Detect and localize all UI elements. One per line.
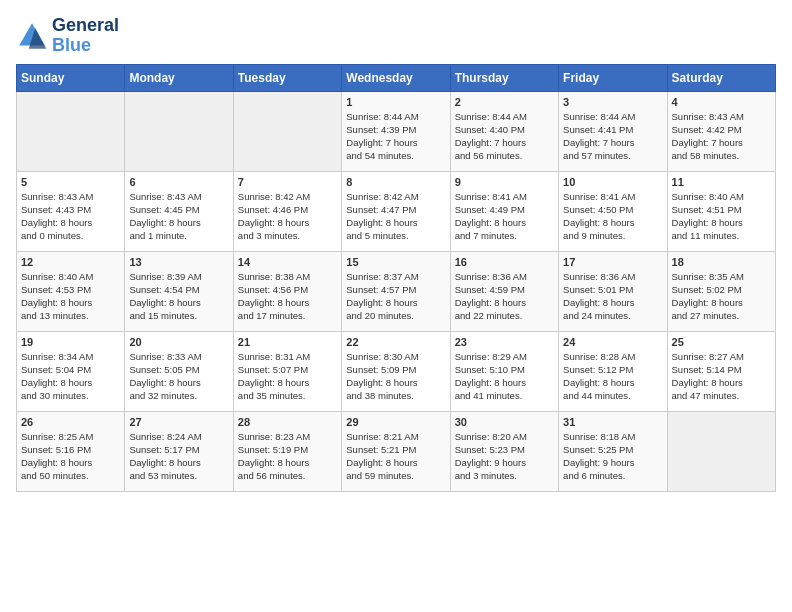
calendar-cell: 23Sunrise: 8:29 AM Sunset: 5:10 PM Dayli…	[450, 331, 558, 411]
day-number: 28	[238, 416, 337, 428]
calendar-cell	[17, 91, 125, 171]
day-info: Sunrise: 8:44 AM Sunset: 4:41 PM Dayligh…	[563, 110, 662, 163]
day-number: 12	[21, 256, 120, 268]
day-header-monday: Monday	[125, 64, 233, 91]
day-number: 10	[563, 176, 662, 188]
day-number: 8	[346, 176, 445, 188]
day-info: Sunrise: 8:23 AM Sunset: 5:19 PM Dayligh…	[238, 430, 337, 483]
day-number: 29	[346, 416, 445, 428]
day-info: Sunrise: 8:42 AM Sunset: 4:46 PM Dayligh…	[238, 190, 337, 243]
calendar-week-row: 5Sunrise: 8:43 AM Sunset: 4:43 PM Daylig…	[17, 171, 776, 251]
calendar-cell: 30Sunrise: 8:20 AM Sunset: 5:23 PM Dayli…	[450, 411, 558, 491]
day-info: Sunrise: 8:43 AM Sunset: 4:45 PM Dayligh…	[129, 190, 228, 243]
day-info: Sunrise: 8:44 AM Sunset: 4:40 PM Dayligh…	[455, 110, 554, 163]
calendar-cell: 27Sunrise: 8:24 AM Sunset: 5:17 PM Dayli…	[125, 411, 233, 491]
calendar-cell: 13Sunrise: 8:39 AM Sunset: 4:54 PM Dayli…	[125, 251, 233, 331]
calendar-week-row: 12Sunrise: 8:40 AM Sunset: 4:53 PM Dayli…	[17, 251, 776, 331]
day-info: Sunrise: 8:43 AM Sunset: 4:42 PM Dayligh…	[672, 110, 771, 163]
day-info: Sunrise: 8:40 AM Sunset: 4:53 PM Dayligh…	[21, 270, 120, 323]
calendar-cell: 9Sunrise: 8:41 AM Sunset: 4:49 PM Daylig…	[450, 171, 558, 251]
day-number: 13	[129, 256, 228, 268]
day-info: Sunrise: 8:43 AM Sunset: 4:43 PM Dayligh…	[21, 190, 120, 243]
day-info: Sunrise: 8:36 AM Sunset: 5:01 PM Dayligh…	[563, 270, 662, 323]
calendar-cell: 18Sunrise: 8:35 AM Sunset: 5:02 PM Dayli…	[667, 251, 775, 331]
day-number: 9	[455, 176, 554, 188]
calendar-cell: 8Sunrise: 8:42 AM Sunset: 4:47 PM Daylig…	[342, 171, 450, 251]
logo: General Blue	[16, 16, 119, 56]
calendar-cell: 1Sunrise: 8:44 AM Sunset: 4:39 PM Daylig…	[342, 91, 450, 171]
day-info: Sunrise: 8:21 AM Sunset: 5:21 PM Dayligh…	[346, 430, 445, 483]
calendar-cell: 20Sunrise: 8:33 AM Sunset: 5:05 PM Dayli…	[125, 331, 233, 411]
day-header-wednesday: Wednesday	[342, 64, 450, 91]
day-number: 30	[455, 416, 554, 428]
header-area: General Blue	[16, 16, 776, 56]
calendar-cell: 12Sunrise: 8:40 AM Sunset: 4:53 PM Dayli…	[17, 251, 125, 331]
calendar-cell: 2Sunrise: 8:44 AM Sunset: 4:40 PM Daylig…	[450, 91, 558, 171]
day-info: Sunrise: 8:24 AM Sunset: 5:17 PM Dayligh…	[129, 430, 228, 483]
day-number: 3	[563, 96, 662, 108]
day-number: 26	[21, 416, 120, 428]
days-header-row: SundayMondayTuesdayWednesdayThursdayFrid…	[17, 64, 776, 91]
calendar-cell: 4Sunrise: 8:43 AM Sunset: 4:42 PM Daylig…	[667, 91, 775, 171]
calendar-week-row: 26Sunrise: 8:25 AM Sunset: 5:16 PM Dayli…	[17, 411, 776, 491]
day-info: Sunrise: 8:36 AM Sunset: 4:59 PM Dayligh…	[455, 270, 554, 323]
calendar-cell: 3Sunrise: 8:44 AM Sunset: 4:41 PM Daylig…	[559, 91, 667, 171]
day-info: Sunrise: 8:44 AM Sunset: 4:39 PM Dayligh…	[346, 110, 445, 163]
calendar-cell: 11Sunrise: 8:40 AM Sunset: 4:51 PM Dayli…	[667, 171, 775, 251]
page-container: General Blue SundayMondayTuesdayWednesda…	[0, 0, 792, 500]
calendar-cell: 15Sunrise: 8:37 AM Sunset: 4:57 PM Dayli…	[342, 251, 450, 331]
day-number: 21	[238, 336, 337, 348]
calendar-cell: 29Sunrise: 8:21 AM Sunset: 5:21 PM Dayli…	[342, 411, 450, 491]
logo-icon	[16, 20, 48, 52]
day-header-saturday: Saturday	[667, 64, 775, 91]
day-number: 7	[238, 176, 337, 188]
day-number: 15	[346, 256, 445, 268]
day-info: Sunrise: 8:39 AM Sunset: 4:54 PM Dayligh…	[129, 270, 228, 323]
calendar-cell: 5Sunrise: 8:43 AM Sunset: 4:43 PM Daylig…	[17, 171, 125, 251]
calendar-cell: 28Sunrise: 8:23 AM Sunset: 5:19 PM Dayli…	[233, 411, 341, 491]
day-info: Sunrise: 8:35 AM Sunset: 5:02 PM Dayligh…	[672, 270, 771, 323]
day-number: 27	[129, 416, 228, 428]
calendar-table: SundayMondayTuesdayWednesdayThursdayFrid…	[16, 64, 776, 492]
day-number: 31	[563, 416, 662, 428]
calendar-cell: 26Sunrise: 8:25 AM Sunset: 5:16 PM Dayli…	[17, 411, 125, 491]
day-number: 18	[672, 256, 771, 268]
day-info: Sunrise: 8:33 AM Sunset: 5:05 PM Dayligh…	[129, 350, 228, 403]
day-number: 6	[129, 176, 228, 188]
day-number: 23	[455, 336, 554, 348]
calendar-week-row: 19Sunrise: 8:34 AM Sunset: 5:04 PM Dayli…	[17, 331, 776, 411]
day-info: Sunrise: 8:30 AM Sunset: 5:09 PM Dayligh…	[346, 350, 445, 403]
calendar-cell: 7Sunrise: 8:42 AM Sunset: 4:46 PM Daylig…	[233, 171, 341, 251]
day-number: 2	[455, 96, 554, 108]
day-info: Sunrise: 8:34 AM Sunset: 5:04 PM Dayligh…	[21, 350, 120, 403]
day-number: 20	[129, 336, 228, 348]
calendar-body: 1Sunrise: 8:44 AM Sunset: 4:39 PM Daylig…	[17, 91, 776, 491]
calendar-cell: 24Sunrise: 8:28 AM Sunset: 5:12 PM Dayli…	[559, 331, 667, 411]
calendar-week-row: 1Sunrise: 8:44 AM Sunset: 4:39 PM Daylig…	[17, 91, 776, 171]
day-number: 14	[238, 256, 337, 268]
day-number: 4	[672, 96, 771, 108]
calendar-cell	[125, 91, 233, 171]
calendar-cell: 14Sunrise: 8:38 AM Sunset: 4:56 PM Dayli…	[233, 251, 341, 331]
day-info: Sunrise: 8:18 AM Sunset: 5:25 PM Dayligh…	[563, 430, 662, 483]
calendar-cell: 25Sunrise: 8:27 AM Sunset: 5:14 PM Dayli…	[667, 331, 775, 411]
calendar-cell: 19Sunrise: 8:34 AM Sunset: 5:04 PM Dayli…	[17, 331, 125, 411]
day-info: Sunrise: 8:29 AM Sunset: 5:10 PM Dayligh…	[455, 350, 554, 403]
day-info: Sunrise: 8:41 AM Sunset: 4:50 PM Dayligh…	[563, 190, 662, 243]
day-number: 22	[346, 336, 445, 348]
day-info: Sunrise: 8:41 AM Sunset: 4:49 PM Dayligh…	[455, 190, 554, 243]
day-info: Sunrise: 8:38 AM Sunset: 4:56 PM Dayligh…	[238, 270, 337, 323]
day-number: 25	[672, 336, 771, 348]
calendar-cell: 10Sunrise: 8:41 AM Sunset: 4:50 PM Dayli…	[559, 171, 667, 251]
day-number: 11	[672, 176, 771, 188]
calendar-cell: 21Sunrise: 8:31 AM Sunset: 5:07 PM Dayli…	[233, 331, 341, 411]
day-number: 17	[563, 256, 662, 268]
calendar-cell: 16Sunrise: 8:36 AM Sunset: 4:59 PM Dayli…	[450, 251, 558, 331]
logo-text: General Blue	[52, 16, 119, 56]
day-info: Sunrise: 8:42 AM Sunset: 4:47 PM Dayligh…	[346, 190, 445, 243]
day-info: Sunrise: 8:31 AM Sunset: 5:07 PM Dayligh…	[238, 350, 337, 403]
calendar-cell	[233, 91, 341, 171]
day-info: Sunrise: 8:28 AM Sunset: 5:12 PM Dayligh…	[563, 350, 662, 403]
day-header-thursday: Thursday	[450, 64, 558, 91]
day-info: Sunrise: 8:27 AM Sunset: 5:14 PM Dayligh…	[672, 350, 771, 403]
